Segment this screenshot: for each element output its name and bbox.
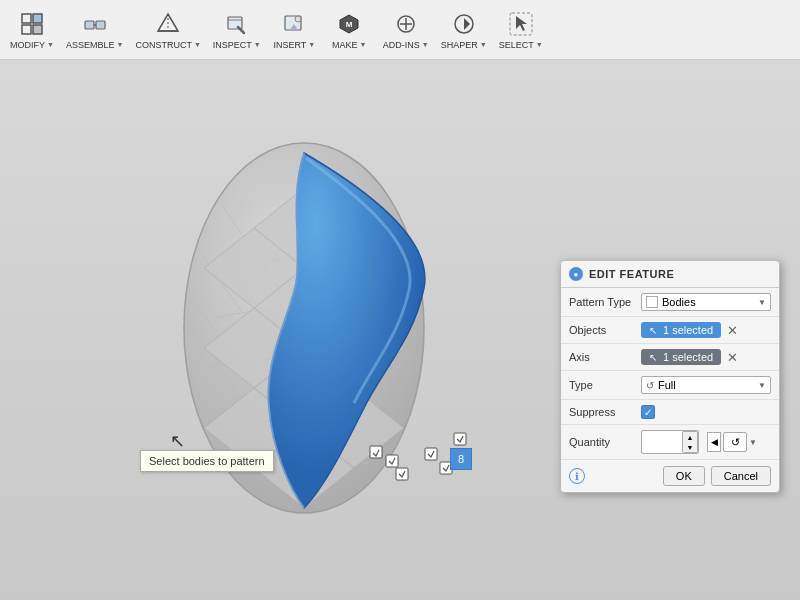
make-icon: M	[335, 10, 363, 38]
quantity-rotate-button[interactable]: ↺	[723, 432, 747, 452]
construct-label: CONSTRUCT ▼	[135, 40, 200, 50]
quantity-label: Quantity	[569, 436, 637, 448]
axis-control[interactable]: ↖ 1 selected ✕	[641, 349, 771, 365]
quantity-left-button[interactable]: ◀	[707, 432, 721, 452]
objects-selected-text: 1 selected	[663, 324, 713, 336]
toolbar-select[interactable]: SELECT ▼	[493, 4, 549, 56]
modify-label: MODIFY ▼	[10, 40, 54, 50]
svg-rect-47	[396, 468, 408, 480]
svg-marker-23	[516, 16, 527, 31]
svg-point-14	[295, 16, 301, 22]
type-icon: ↺	[646, 380, 654, 391]
quantity-spinner: ▲ ▼	[682, 431, 698, 453]
quantity-row: Quantity 8 ▲ ▼ ◀ ↺ ▼	[561, 425, 779, 460]
type-chevron-icon: ▼	[758, 381, 766, 390]
construct-icon	[154, 10, 182, 38]
shaper-icon	[450, 10, 478, 38]
svg-rect-2	[22, 25, 31, 34]
toolbar-add-ins[interactable]: ADD-INS ▼	[377, 4, 435, 56]
select-label: SELECT ▼	[499, 40, 543, 50]
inspect-label: INSPECT ▼	[213, 40, 261, 50]
info-icon[interactable]: ℹ	[569, 468, 585, 484]
quantity-decrement-button[interactable]: ▼	[683, 442, 697, 452]
axis-row: Axis ↖ 1 selected ✕	[561, 344, 779, 371]
suppress-label: Suppress	[569, 406, 637, 418]
objects-label: Objects	[569, 324, 637, 336]
suppress-checkbox[interactable]: ✓	[641, 405, 655, 419]
quantity-left-indicator: 8	[450, 448, 472, 470]
panel-title-icon: ●	[569, 267, 583, 281]
panel-action-buttons: OK Cancel	[663, 466, 771, 486]
toolbar-make[interactable]: M MAKE ▼	[322, 4, 377, 56]
objects-control[interactable]: ↖ 1 selected ✕	[641, 322, 771, 338]
3d-shape-container	[124, 108, 484, 552]
toolbar-assemble[interactable]: ASSEMBLE ▼	[60, 4, 129, 56]
svg-rect-45	[425, 448, 437, 460]
type-row: Type ↺ Full ▼	[561, 371, 779, 400]
objects-selected-pill[interactable]: ↖ 1 selected	[641, 322, 721, 338]
objects-clear-button[interactable]: ✕	[725, 324, 740, 337]
toolbar-shaper[interactable]: SHAPER ▼	[435, 4, 493, 56]
chevron-down-icon: ▼	[758, 298, 766, 307]
quantity-increment-button[interactable]: ▲	[683, 432, 697, 442]
rotate-arrow-icon: ▼	[749, 438, 757, 447]
svg-rect-44	[386, 455, 398, 467]
assemble-icon	[81, 10, 109, 38]
type-dropdown[interactable]: ↺ Full ▼	[641, 376, 771, 394]
objects-row: Objects ↖ 1 selected ✕	[561, 317, 779, 344]
toolbar-insert[interactable]: INSERT ▼	[267, 4, 322, 56]
quantity-control[interactable]: 8 ▲ ▼ ◀ ↺ ▼	[641, 430, 771, 454]
add-ins-icon	[392, 10, 420, 38]
bodies-icon	[646, 296, 658, 308]
inspect-icon	[223, 10, 251, 38]
3d-shape	[124, 108, 484, 548]
insert-icon	[280, 10, 308, 38]
toolbar: MODIFY ▼ ASSEMBLE ▼ CONSTRUCT	[0, 0, 800, 60]
cursor-icon: ↖	[649, 325, 657, 336]
shaper-label: SHAPER ▼	[441, 40, 487, 50]
svg-rect-0	[22, 14, 31, 23]
suppress-control[interactable]: ✓	[641, 405, 771, 419]
cancel-button[interactable]: Cancel	[711, 466, 771, 486]
axis-selected-pill[interactable]: ↖ 1 selected	[641, 349, 721, 365]
axis-cursor-icon: ↖	[649, 352, 657, 363]
quantity-input-group: 8 ▲ ▼ ◀ ↺ ▼	[641, 430, 757, 454]
ok-button[interactable]: OK	[663, 466, 705, 486]
axis-clear-button[interactable]: ✕	[725, 351, 740, 364]
toolbar-construct[interactable]: CONSTRUCT ▼	[129, 4, 206, 56]
pattern-type-value: Bodies	[662, 296, 696, 308]
pattern-type-row: Pattern Type Bodies ▼	[561, 288, 779, 317]
edit-feature-panel: ● EDIT FEATURE Pattern Type Bodies ▼ Obj…	[560, 260, 780, 493]
axis-label: Axis	[569, 351, 637, 363]
svg-rect-48	[454, 433, 466, 445]
pattern-type-dropdown[interactable]: Bodies ▼	[641, 293, 771, 311]
select-icon	[507, 10, 535, 38]
pattern-type-control[interactable]: Bodies ▼	[641, 293, 771, 311]
pattern-type-label: Pattern Type	[569, 296, 637, 308]
add-ins-label: ADD-INS ▼	[383, 40, 429, 50]
svg-rect-4	[85, 21, 94, 29]
modify-icon	[18, 10, 46, 38]
type-value: Full	[658, 379, 676, 391]
make-label: MAKE ▼	[332, 40, 366, 50]
svg-rect-1	[33, 14, 42, 23]
viewport[interactable]: Select bodies to pattern ↖ 8 ● EDIT FEAT…	[0, 60, 800, 600]
assemble-label: ASSEMBLE ▼	[66, 40, 123, 50]
toolbar-modify[interactable]: MODIFY ▼	[4, 4, 60, 56]
suppress-row: Suppress ✓	[561, 400, 779, 425]
svg-rect-5	[96, 21, 105, 29]
panel-title-bar: ● EDIT FEATURE	[561, 261, 779, 288]
svg-text:M: M	[346, 20, 353, 29]
axis-selected-text: 1 selected	[663, 351, 713, 363]
quantity-input[interactable]: 8	[642, 431, 682, 453]
panel-title-text: EDIT FEATURE	[589, 268, 674, 280]
svg-rect-3	[33, 25, 42, 34]
type-control[interactable]: ↺ Full ▼	[641, 376, 771, 394]
insert-label: INSERT ▼	[273, 40, 315, 50]
panel-bottom: ℹ OK Cancel	[561, 460, 779, 492]
type-label: Type	[569, 379, 637, 391]
toolbar-inspect[interactable]: INSPECT ▼	[207, 4, 267, 56]
svg-marker-21	[464, 18, 470, 30]
